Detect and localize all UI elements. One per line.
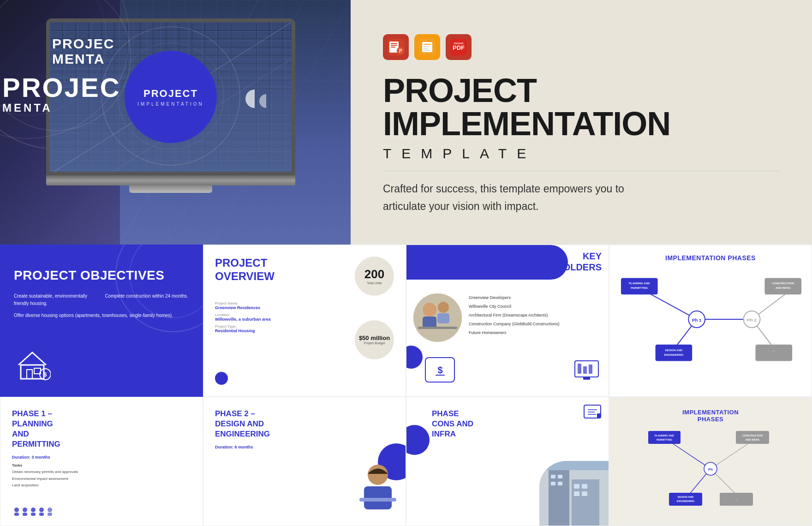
svg-text:PERMITTING: PERMITTING	[657, 438, 672, 441]
laptop-area: PROJEC MENTA PROJECT IMPLEMENTATION	[0, 0, 351, 245]
product-subtitle: TEMPLATE	[383, 146, 780, 161]
title-line2: IMPLEMENTATION	[383, 107, 780, 140]
phase1-duration: Duration: 3 months	[12, 455, 191, 460]
product-title: PROJECT IMPLEMENTATION	[383, 74, 780, 140]
phase3-icon	[583, 404, 602, 422]
svg-text:CONSTRUCTION: CONSTRUCTION	[742, 434, 763, 437]
thumbnail-overview: PROJECT OVERVIEW 200 Total Units Project…	[203, 245, 406, 397]
phase1-title: PHASE 1 – PLANNING AND PERMITTING	[12, 409, 191, 449]
col1-text: Create sustainable, environmentally frie…	[14, 293, 98, 307]
phases-mini-svg: PLANNING AND PERMITTING CONSTRUCTION AND…	[621, 423, 800, 515]
svg-rect-14	[391, 43, 397, 44]
svg-point-76	[368, 465, 388, 485]
svg-text:...: ...	[735, 498, 738, 501]
svg-text:DESIGN AND: DESIGN AND	[678, 496, 693, 498]
phase3-title: PHASE CONS AND INFRA	[432, 409, 597, 439]
svg-rect-88	[558, 475, 562, 478]
svg-rect-75	[48, 513, 52, 516]
svg-rect-90	[558, 482, 562, 485]
thumbnail-phases: IMPLEMENTATION PHASES PLANNING AND PERMI…	[609, 245, 812, 397]
svg-point-68	[23, 508, 27, 512]
svg-point-34	[423, 303, 436, 317]
budget-circle: $50 million Project Budget	[355, 320, 394, 359]
svg-text:ENGINEERING: ENGINEERING	[664, 353, 684, 356]
stakeholders-photo	[413, 293, 462, 342]
svg-rect-91	[574, 484, 579, 489]
svg-line-96	[669, 441, 710, 469]
svg-text:PLANNING AND: PLANNING AND	[629, 282, 650, 285]
svg-rect-89	[551, 482, 555, 485]
phases-title: IMPLEMENTATION PHASES	[619, 254, 802, 262]
phase4-area: IMPLEMENTATIONPHASES PLANNING AND PERMIT…	[609, 397, 812, 526]
svg-rect-24	[424, 50, 430, 51]
phase2-duration: Duration: 6 months	[215, 445, 394, 449]
col3-text: Offer diverse housing options (apartment…	[14, 312, 189, 319]
svg-text:CONSTRUCTION: CONSTRUCTION	[772, 282, 794, 285]
svg-text:$: $	[437, 365, 442, 375]
thumbnail-stakeholders: KEY STAKEHOLDERS	[406, 245, 609, 397]
svg-text:P: P	[399, 48, 402, 54]
svg-rect-83	[597, 413, 601, 418]
svg-text:Ph: Ph	[708, 467, 713, 472]
svg-rect-40	[436, 375, 445, 376]
svg-rect-69	[23, 513, 27, 516]
thumbnail-objectives: PROJECT OBJECTIVES Create sustainable, e…	[0, 245, 203, 397]
svg-text:PDF: PDF	[453, 44, 465, 51]
svg-rect-23	[424, 48, 428, 49]
phases-svg: PLANNING AND PERMITTING CONSTRUCTION AND…	[619, 269, 802, 375]
overlay-text: PROJEC MENTA	[0, 74, 121, 114]
phase2-illustration	[350, 456, 406, 526]
svg-point-72	[39, 508, 44, 512]
svg-rect-37	[437, 313, 449, 323]
house-icon: $	[14, 340, 189, 383]
svg-rect-38	[418, 327, 457, 329]
powerpoint-icon: P	[383, 34, 409, 60]
phase2-card: PHASE 2 – DESIGN AND ENGINEERING Duratio…	[203, 397, 406, 526]
phase2-title: PHASE 2 – DESIGN AND ENGINEERING	[215, 409, 394, 439]
phase3-card: PHASE CONS AND INFRA	[406, 397, 609, 526]
chart-icon	[574, 360, 599, 383]
title-line1: PROJECT	[383, 74, 780, 107]
svg-text:ENGINEERING: ENGINEERING	[677, 500, 695, 502]
screen-blue-circle: PROJECT IMPLEMENTATION	[125, 51, 217, 143]
svg-rect-106	[669, 493, 702, 506]
top-section: PROJEC MENTA PROJECT IMPLEMENTATION	[0, 0, 812, 245]
svg-rect-29	[27, 370, 32, 379]
svg-rect-22	[424, 46, 429, 47]
phase3-blue-dot	[406, 425, 430, 455]
col2-text: Complete construction within 24 months.	[105, 293, 190, 307]
svg-rect-73	[39, 513, 44, 516]
svg-rect-43	[583, 366, 587, 374]
thumbnails-grid: PROJECT OBJECTIVES Create sustainable, e…	[0, 245, 812, 526]
blue-dot	[215, 372, 228, 385]
svg-rect-103	[736, 431, 769, 444]
svg-text:Ph 2: Ph 2	[747, 317, 757, 323]
svg-rect-95	[539, 461, 609, 470]
overview-title-2: OVERVIEW	[215, 270, 275, 283]
phase3-building	[539, 461, 609, 526]
svg-rect-20	[422, 42, 432, 52]
stakeholders-content: Greenview Developers Willowville City Co…	[406, 287, 609, 349]
svg-rect-42	[578, 364, 581, 374]
divider	[383, 171, 780, 171]
svg-text:Ph 1: Ph 1	[692, 317, 702, 323]
phase1-tasks-label: Tasks	[12, 463, 191, 467]
svg-rect-100	[648, 431, 681, 444]
svg-text:$: $	[44, 371, 47, 378]
svg-rect-67	[14, 513, 19, 516]
stakeholders-title: KEY STAKEHOLDERS	[526, 251, 602, 273]
svg-rect-44	[589, 365, 592, 374]
svg-rect-94	[582, 491, 587, 496]
dollar-box: $	[425, 357, 455, 383]
svg-text:DESIGN AND: DESIGN AND	[665, 349, 683, 352]
svg-rect-21	[424, 44, 431, 45]
phase1-tasks: Obtain necessary permits and approvals E…	[12, 469, 191, 489]
svg-point-74	[48, 508, 52, 512]
svg-line-97	[710, 441, 752, 469]
svg-text:AND INFRA: AND INFRA	[746, 438, 759, 441]
svg-point-66	[14, 508, 19, 512]
svg-text:AND INFRA: AND INFRA	[776, 287, 791, 289]
screen-title-line1: PROJEC	[52, 36, 114, 51]
svg-rect-60	[756, 345, 793, 361]
stat-circle: 200 Total Units	[355, 257, 394, 296]
